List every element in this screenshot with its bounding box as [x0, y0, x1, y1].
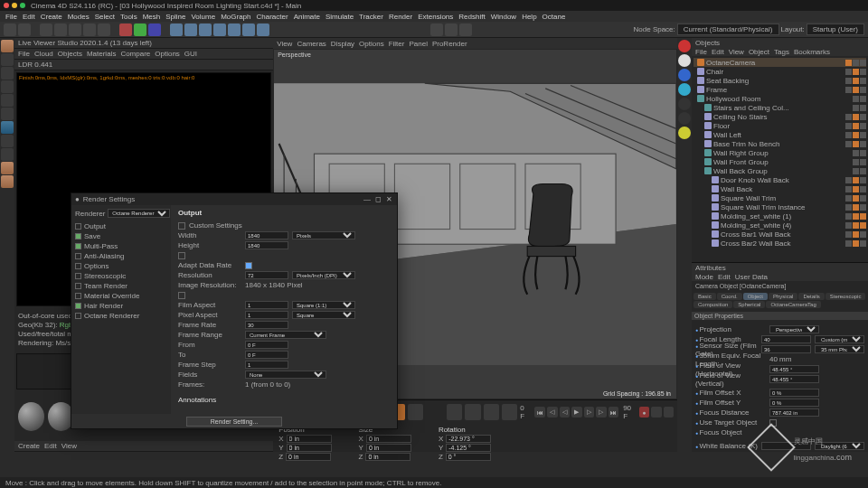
tree-item[interactable]: Wall Front Group [693, 157, 866, 166]
menu-create[interactable]: Create [18, 442, 40, 450]
menu-render[interactable]: Render [389, 13, 412, 21]
prev-key-button[interactable]: ◁ [547, 407, 558, 418]
mode-poly-icon[interactable] [1, 80, 14, 93]
tree-item[interactable]: Square Wall Trim [693, 193, 866, 202]
next-frame-button[interactable]: ▷ [584, 407, 595, 418]
tab-details[interactable]: Details [798, 293, 824, 300]
tool-scale[interactable] [83, 23, 96, 36]
menu-select[interactable]: Select [95, 13, 115, 21]
menu-redshift[interactable]: Redshift [458, 13, 485, 21]
tab-composition[interactable]: Composition [693, 301, 732, 308]
tree-item[interactable]: Cross Bar2 Wall Back [693, 239, 866, 248]
menu-panel[interactable]: Panel [409, 40, 427, 48]
menu-gui[interactable]: GUI [184, 50, 197, 58]
tool-move[interactable] [69, 23, 81, 36]
tool-rs-icon[interactable] [459, 23, 472, 36]
rs-cat-material-override[interactable]: Material Override [75, 291, 167, 301]
menu-objects[interactable]: Objects [58, 50, 82, 58]
menu-edit[interactable]: Edit [44, 442, 57, 450]
menu-spline[interactable]: Spline [165, 13, 185, 21]
render-setting-button[interactable]: Render Setting... [186, 417, 283, 427]
mode-point-icon[interactable] [1, 94, 14, 107]
tree-item[interactable]: Hollywood Room [693, 94, 866, 103]
tab-physical[interactable]: Physical [769, 293, 797, 300]
key-button[interactable] [664, 407, 675, 418]
mode-anim-icon[interactable] [1, 148, 14, 161]
tool-cube-icon[interactable] [170, 23, 183, 36]
goto-start-button[interactable]: ⏮ [534, 407, 545, 418]
menu-mode[interactable]: Mode [695, 273, 713, 281]
menu-options[interactable]: Options [359, 40, 384, 48]
menu-tools[interactable]: Tools [120, 13, 137, 21]
tree-item[interactable]: Molding_set_white (1) [693, 211, 866, 221]
mode-work-icon[interactable] [1, 175, 14, 188]
menu-tracker[interactable]: Tracker [359, 13, 383, 21]
tree-item[interactable]: Chair [693, 67, 866, 76]
menu-cloud[interactable]: Cloud [34, 50, 53, 58]
rs-cat-octane-renderer[interactable]: Octane Renderer [75, 311, 167, 321]
menu-display[interactable]: Display [331, 40, 354, 48]
tab-spherical[interactable]: Spherical [733, 301, 765, 308]
tool-x[interactable] [119, 23, 132, 36]
tree-item[interactable]: Square Wall Trim Instance [693, 202, 866, 211]
menu-octane[interactable]: Octane [542, 13, 566, 21]
tool-light-icon[interactable] [257, 23, 269, 36]
menu-simulate[interactable]: Simulate [326, 13, 354, 21]
mode-object-icon[interactable] [1, 53, 14, 66]
menu-object[interactable]: Object [749, 48, 769, 56]
rs-cat-hair-render[interactable]: Hair Render [75, 301, 167, 311]
menu-modes[interactable]: Modes [68, 13, 90, 21]
menu-volume[interactable]: Volume [191, 13, 215, 21]
menu-animate[interactable]: Animate [294, 13, 320, 21]
rs-cat-stereoscopic[interactable]: Stereoscopic [75, 271, 167, 281]
menu-tags[interactable]: Tags [774, 48, 789, 56]
asset-icon[interactable] [447, 404, 462, 420]
tool-field-icon[interactable] [228, 23, 241, 36]
menu-compare[interactable]: Compare [120, 50, 150, 58]
minimize-button[interactable]: — [363, 195, 372, 204]
tool-z[interactable] [148, 23, 161, 36]
tool-y[interactable] [134, 23, 146, 36]
tab-coord.[interactable]: Coord. [717, 293, 742, 300]
asset-icon[interactable] [408, 404, 423, 420]
octane-cam-icon[interactable] [678, 112, 691, 125]
menu-edit[interactable]: Edit [712, 48, 724, 56]
menu-file[interactable]: File [18, 50, 30, 58]
rs-cat-save[interactable]: Save [75, 231, 167, 241]
menu-file[interactable]: File [695, 48, 707, 56]
octane-env-icon[interactable] [678, 98, 691, 110]
tool-camera-icon[interactable] [242, 23, 255, 36]
tree-item[interactable]: Frame [693, 85, 866, 94]
tree-item[interactable]: OctaneCamera [693, 58, 866, 67]
menu-help[interactable]: Help [522, 13, 536, 21]
close-dot[interactable] [4, 3, 9, 8]
menu-cameras[interactable]: Cameras [297, 40, 326, 48]
tree-item[interactable]: Wall Back [693, 184, 866, 193]
menu-edit[interactable]: Edit [23, 13, 35, 21]
rs-cat-anti-aliasing[interactable]: Anti-Aliasing [75, 251, 167, 261]
tree-item[interactable]: Cross Bar1 Wall Back [693, 230, 866, 239]
rs-cat-options[interactable]: Options [75, 261, 167, 271]
rs-cat-team-render[interactable]: Team Render [75, 281, 167, 291]
menu-options[interactable]: Options [155, 50, 180, 58]
layout-value[interactable]: Startup (User) [807, 23, 864, 35]
tree-item[interactable]: Base Trim No Bench [693, 139, 866, 148]
tool-spline-icon[interactable] [184, 23, 197, 36]
tree-item[interactable]: Stairs and Ceiling Col... [693, 103, 866, 112]
mode-uv-icon[interactable] [1, 108, 14, 120]
menu-materials[interactable]: Materials [87, 50, 116, 58]
asset-icon[interactable] [465, 404, 480, 420]
octane-live-icon[interactable] [678, 40, 691, 52]
min-dot[interactable] [12, 3, 17, 8]
tab-stereoscopic[interactable]: Stereoscopic [826, 293, 866, 300]
menu-mesh[interactable]: Mesh [143, 13, 161, 21]
rs-cat-output[interactable]: Output [75, 221, 167, 231]
tree-item[interactable]: Molding_set_white (4) [693, 221, 866, 230]
maximize-button[interactable]: ◻ [373, 195, 382, 204]
menu-prorender[interactable]: ProRender [432, 40, 467, 48]
autokey-button[interactable] [651, 407, 662, 418]
asset-icon[interactable] [484, 404, 499, 420]
menu-filter[interactable]: Filter [389, 40, 405, 48]
play-button[interactable]: ▶ [571, 407, 582, 418]
tool-render-icon[interactable] [430, 23, 443, 36]
